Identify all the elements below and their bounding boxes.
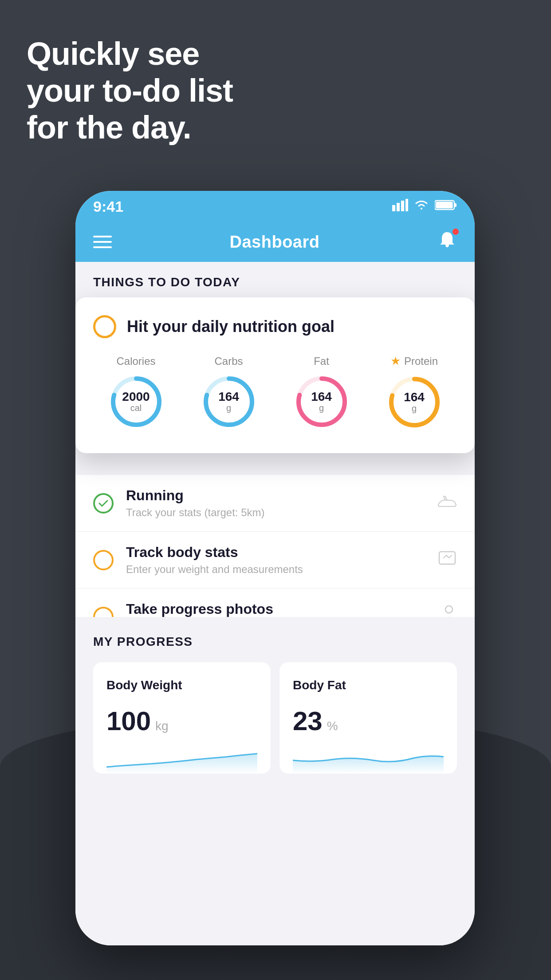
fat-label: Fat [314, 355, 329, 368]
hero-line2: your to-do list [27, 72, 233, 109]
todo-item-body-stats[interactable]: Track body stats Enter your weight and m… [75, 532, 475, 589]
carbs-value: 164 [218, 390, 239, 403]
body-weight-chart [106, 747, 257, 774]
fat-value: 164 [311, 390, 332, 403]
hamburger-line [93, 246, 112, 248]
body-fat-card[interactable]: Body Fat 23 % [279, 662, 457, 774]
notification-bell[interactable] [437, 230, 457, 254]
phone-mockup: 9:41 [75, 191, 475, 945]
body-weight-card-title: Body Weight [106, 678, 257, 692]
signal-icon [392, 199, 408, 214]
body-fat-chart [293, 747, 444, 774]
things-to-do-header: THINGS TO DO TODAY [75, 262, 475, 298]
calories-value: 2000 [122, 390, 150, 403]
body-weight-card[interactable]: Body Weight 100 kg [93, 662, 271, 774]
nav-bar: Dashboard [75, 222, 475, 262]
fat-unit: g [311, 403, 332, 413]
body-fat-value-row: 23 % [293, 706, 444, 736]
running-check-circle[interactable] [93, 493, 114, 514]
body-fat-number: 23 [293, 706, 323, 736]
wifi-icon [413, 199, 429, 214]
carbs-label: Carbs [214, 355, 243, 368]
card-title-row: Hit your daily nutrition goal [93, 315, 457, 338]
protein-label-row: ★ Protein [390, 354, 438, 368]
body-fat-unit: % [327, 719, 338, 733]
svg-point-16 [445, 606, 453, 613]
hero-line1: Quickly see [27, 36, 233, 72]
nutrition-fat: Fat 164 g [279, 355, 364, 431]
body-stats-check-circle[interactable] [93, 550, 114, 570]
nutrition-card[interactable]: Hit your daily nutrition goal Calories 2… [75, 297, 475, 453]
battery-icon [435, 199, 457, 214]
running-title: Running [126, 487, 425, 504]
hero-line3: for the day. [27, 109, 233, 146]
carbs-ring: 164 g [200, 373, 258, 431]
body-stats-title: Track body stats [126, 544, 425, 561]
calories-label: Calories [116, 355, 155, 368]
shoe-icon [437, 493, 457, 513]
carbs-unit: g [218, 403, 239, 413]
body-stats-subtitle: Enter your weight and measurements [126, 563, 425, 576]
protein-label: Protein [404, 355, 438, 368]
fat-ring: 164 g [293, 373, 350, 431]
card-title: Hit your daily nutrition goal [127, 317, 335, 336]
svg-rect-0 [392, 205, 395, 211]
svg-rect-3 [405, 199, 408, 211]
protein-value: 164 [404, 391, 425, 403]
svg-rect-15 [439, 552, 455, 564]
calories-unit: cal [122, 403, 150, 413]
photos-title: Take progress photos [126, 601, 429, 617]
calories-ring: 2000 cal [107, 373, 165, 431]
body-weight-number: 100 [106, 706, 151, 736]
nav-title: Dashboard [230, 233, 320, 252]
phone-content: THINGS TO DO TODAY Hit your daily nutrit… [75, 262, 475, 945]
svg-rect-6 [436, 202, 453, 208]
nutrition-grid: Calories 2000 cal Carbs [93, 354, 457, 431]
running-text: Running Track your stats (target: 5km) [126, 487, 425, 519]
section-header-text: THINGS TO DO TODAY [93, 275, 240, 289]
protein-unit: g [404, 403, 425, 414]
status-bar: 9:41 [75, 191, 475, 222]
hamburger-menu[interactable] [93, 236, 112, 248]
nutrition-calories: Calories 2000 cal [93, 355, 179, 431]
hamburger-line [93, 236, 112, 237]
body-stats-text: Track body stats Enter your weight and m… [126, 544, 425, 576]
status-time: 9:41 [93, 198, 123, 215]
todo-item-running[interactable]: Running Track your stats (target: 5km) [75, 475, 475, 532]
running-subtitle: Track your stats (target: 5km) [126, 506, 425, 519]
svg-rect-1 [397, 203, 400, 211]
body-fat-card-title: Body Fat [293, 678, 444, 692]
notification-dot [453, 229, 459, 235]
task-check-circle[interactable] [93, 315, 116, 338]
svg-rect-2 [401, 201, 404, 211]
status-icons [392, 199, 457, 214]
scale-icon [437, 549, 457, 571]
body-weight-value-row: 100 kg [106, 706, 257, 736]
svg-rect-5 [454, 203, 457, 207]
nutrition-carbs: Carbs 164 g [186, 355, 272, 431]
hamburger-line [93, 241, 112, 243]
star-icon: ★ [390, 354, 401, 368]
protein-ring: 164 g [386, 373, 443, 431]
nutrition-protein: ★ Protein 164 g [371, 354, 457, 431]
progress-section: MY PROGRESS Body Weight 100 kg [75, 617, 475, 774]
progress-cards: Body Weight 100 kg [93, 662, 457, 774]
body-weight-unit: kg [155, 719, 169, 733]
progress-title: MY PROGRESS [93, 635, 457, 649]
hero-text: Quickly see your to-do list for the day. [27, 36, 233, 146]
